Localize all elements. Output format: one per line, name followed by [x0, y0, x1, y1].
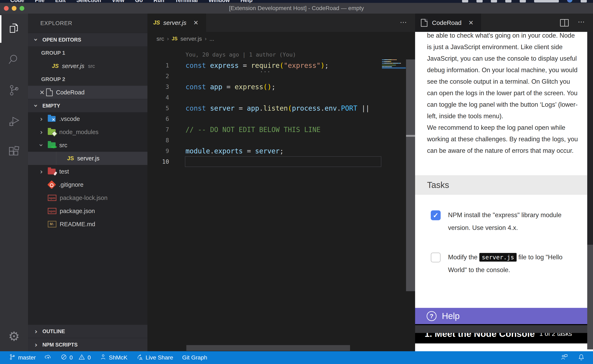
branch-indicator[interactable]: master: [9, 354, 36, 362]
open-editor-coderoad[interactable]: ✕ CodeRoad: [28, 86, 147, 99]
tree-item-package-lock[interactable]: package-lock.json: [28, 191, 147, 204]
open-editor-detail: src: [88, 63, 95, 69]
search-icon: [8, 53, 20, 66]
line-number: 2: [147, 73, 169, 80]
menu-item[interactable]: File: [35, 0, 45, 3]
menu-item[interactable]: Window: [209, 0, 230, 3]
activity-explorer[interactable]: [0, 13, 28, 45]
tree-item-gitignore[interactable]: .gitignore: [28, 178, 147, 191]
git-graph-button[interactable]: Git Graph: [182, 354, 207, 361]
breadcrumb-symbol[interactable]: ...: [209, 36, 214, 42]
line-number: 7: [147, 126, 169, 133]
tree-item-src[interactable]: › src: [28, 139, 147, 152]
close-tab-icon[interactable]: ✕: [192, 19, 200, 26]
tree-item-node-modules[interactable]: › node_modules: [28, 125, 147, 139]
settings-gear-icon[interactable]: ⚙: [0, 327, 28, 345]
code-line[interactable]: 8: [147, 135, 415, 146]
tree-item-vscode[interactable]: › .vscode: [28, 112, 147, 125]
markdown-icon: [48, 221, 56, 228]
task-item: Modify the server.js file to log "Hello …: [415, 253, 587, 276]
error-count: 0: [70, 354, 73, 361]
menu-item[interactable]: Selection: [76, 0, 101, 3]
live-share-button[interactable]: Live Share: [137, 354, 173, 362]
task-checkbox-checked[interactable]: ✓: [431, 210, 441, 220]
help-label: Help: [442, 311, 460, 321]
split-editor-icon[interactable]: [560, 19, 569, 26]
tab-label: server.js: [163, 19, 186, 26]
window-controls[interactable]: [4, 6, 24, 11]
code-line[interactable]: 4: [147, 92, 415, 103]
notifications-bell-icon[interactable]: [578, 353, 585, 362]
sync-button[interactable]: [45, 354, 52, 362]
sidebar-title: EXPLORER: [28, 13, 147, 33]
code-line[interactable]: 10: [147, 156, 415, 167]
code-line[interactable]: 3const app = express();: [147, 81, 415, 92]
menu-item[interactable]: Edit: [55, 0, 66, 3]
code-line[interactable]: 9module.exports = server;: [147, 146, 415, 156]
breadcrumb-src[interactable]: src: [156, 36, 164, 42]
status-icon: [491, 0, 497, 2]
outline-section-header[interactable]: › OUTLINE: [28, 325, 147, 338]
breadcrumb-file[interactable]: server.js: [180, 36, 202, 42]
zoom-window-button[interactable]: [20, 6, 24, 11]
activity-source-control[interactable]: [0, 75, 28, 106]
code-line[interactable]: 2: [147, 71, 415, 81]
feedback-icon[interactable]: [561, 353, 568, 362]
chevron-down-icon: ›: [38, 142, 45, 149]
scrollbar-slider[interactable]: [587, 245, 593, 350]
js-file-icon: JS: [67, 155, 74, 162]
task-checkbox-unchecked[interactable]: [431, 253, 441, 262]
errors-icon: [60, 354, 67, 362]
code-line[interactable]: 5const server = app.listen(process.env.P…: [147, 103, 415, 114]
code-editor[interactable]: You, 20 days ago | 1 author (You) 1const…: [147, 46, 415, 351]
open-editors-header[interactable]: › OPEN EDITORS: [28, 33, 147, 46]
code-line[interactable]: 1const express = require("express");: [147, 60, 415, 71]
open-editor-server-js[interactable]: JS server.js src: [28, 59, 147, 73]
activity-search[interactable]: [0, 45, 28, 75]
folder-root-header[interactable]: › EMPTY: [28, 99, 147, 112]
panel-more-actions[interactable]: ⋯: [578, 18, 586, 28]
code-line[interactable]: 6: [147, 114, 415, 124]
vertical-scrollbar[interactable]: [406, 59, 415, 291]
breadcrumb[interactable]: src › JS server.js › ...: [147, 32, 415, 46]
menu-item[interactable]: Go: [135, 0, 143, 3]
explorer-icon: [8, 22, 20, 36]
menu-item[interactable]: Help: [240, 0, 253, 3]
tree-item-test[interactable]: › test: [28, 165, 147, 178]
activity-run-debug[interactable]: [0, 106, 28, 137]
webview-scrollbar[interactable]: [587, 32, 593, 351]
npm-scripts-section-header[interactable]: › NPM SCRIPTS: [28, 338, 147, 351]
close-tab-icon[interactable]: ✕: [467, 19, 475, 26]
help-section[interactable]: Help: [415, 308, 587, 324]
problems-indicator[interactable]: 0 0: [60, 354, 91, 362]
line-number: 8: [147, 137, 169, 144]
minimap[interactable]: [382, 59, 406, 88]
window-title: [Extension Development Host] - CodeRoad …: [0, 5, 593, 12]
tasks-header: Tasks: [415, 175, 587, 195]
horizontal-scrollbar[interactable]: [186, 345, 350, 351]
activity-extensions[interactable]: [0, 137, 28, 168]
tree-item-package-json[interactable]: package.json: [28, 204, 147, 218]
menu-item[interactable]: Terminal: [175, 0, 198, 3]
tree-item-server-js[interactable]: JS server.js: [28, 152, 147, 165]
menu-item[interactable]: Run: [153, 0, 164, 3]
editor-more-actions[interactable]: ⋯: [400, 13, 415, 32]
task-text: NPM install the "express" library module…: [448, 209, 580, 234]
gitlens-blame-annotation: You, 20 days ago | 1 author (You): [147, 49, 415, 60]
close-window-button[interactable]: [4, 6, 9, 11]
js-file-icon: JS: [153, 20, 160, 26]
minimize-window-button[interactable]: [12, 6, 16, 11]
tab-server-js[interactable]: JS server.js ✕: [147, 13, 206, 32]
menu-item[interactable]: Code: [10, 0, 24, 3]
code-lines[interactable]: 1const express = require("express");23co…: [147, 60, 415, 167]
liveshare-account[interactable]: ShMcK: [100, 354, 127, 362]
code-line[interactable]: 7// -- DO NOT EDIT BELOW THIS LINE: [147, 124, 415, 135]
tab-coderoad[interactable]: CodeRoad ✕: [415, 13, 481, 32]
help-icon: [427, 311, 437, 321]
close-icon[interactable]: ✕: [38, 89, 46, 96]
menu-item[interactable]: View: [112, 0, 124, 3]
tree-item-readme[interactable]: README.md: [28, 218, 147, 231]
open-editors-label: OPEN EDITORS: [42, 37, 81, 43]
indent-guide: [56, 152, 56, 165]
activity-bar: ⚙: [0, 13, 28, 351]
